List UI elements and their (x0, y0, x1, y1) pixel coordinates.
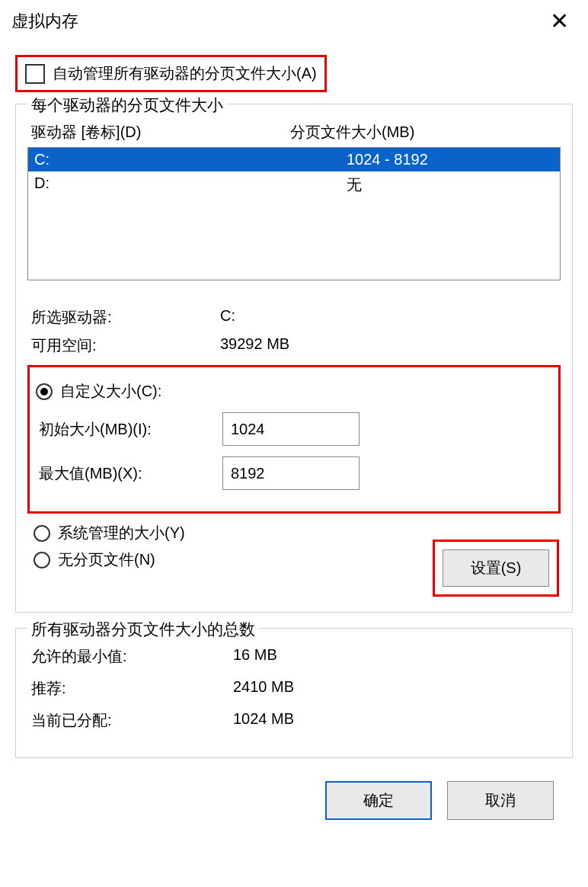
auto-manage-checkbox[interactable] (25, 64, 45, 84)
max-size-input[interactable] (222, 456, 360, 490)
list-drive: C: (34, 151, 347, 168)
custom-size-area: 自定义大小(C): 初始大小(MB)(I): 最大值(MB)(X): (27, 365, 561, 514)
min-allowed-label: 允许的最小值: (31, 646, 233, 667)
auto-manage-row[interactable]: 自动管理所有驱动器的分页文件大小(A) (15, 55, 327, 92)
drive-listbox[interactable]: C: 1024 - 8192 D: 无 (27, 147, 561, 280)
titlebar: 虚拟内存 ✕ (0, 0, 588, 38)
set-button[interactable]: 设置(S) (443, 549, 549, 587)
max-size-row: 最大值(MB)(X): (36, 456, 552, 490)
drive-list-headers: 驱动器 [卷标](D) 分页文件大小(MB) (27, 122, 561, 147)
selected-drive-value: C: (220, 307, 557, 328)
min-allowed-row: 允许的最小值: 16 MB (31, 646, 557, 667)
col-drive-header: 驱动器 [卷标](D) (31, 122, 290, 142)
per-drive-legend: 每个驱动器的分页文件大小 (27, 94, 227, 116)
list-item[interactable]: D: 无 (28, 171, 560, 198)
set-button-wrap: 设置(S) (433, 540, 559, 597)
free-space-value: 39292 MB (220, 335, 557, 356)
recommended-label: 推荐: (31, 678, 233, 699)
list-size: 无 (347, 175, 554, 195)
no-paging-label: 无分页文件(N) (58, 549, 155, 570)
cancel-button[interactable]: 取消 (447, 781, 554, 820)
totals-fieldset: 所有驱动器分页文件大小的总数 允许的最小值: 16 MB 推荐: 2410 MB… (15, 628, 573, 758)
free-space-row: 可用空间: 39292 MB (31, 335, 557, 356)
current-alloc-value: 1024 MB (233, 710, 294, 731)
recommended-value: 2410 MB (233, 678, 294, 699)
min-allowed-value: 16 MB (233, 646, 277, 667)
current-alloc-row: 当前已分配: 1024 MB (31, 710, 557, 731)
selected-drive-label: 所选驱动器: (31, 307, 220, 328)
custom-size-radio[interactable] (36, 383, 53, 400)
system-managed-label: 系统管理的大小(Y) (58, 523, 185, 543)
close-icon[interactable]: ✕ (542, 10, 577, 33)
selected-drive-row: 所选驱动器: C: (31, 307, 557, 328)
ok-button[interactable]: 确定 (325, 781, 432, 820)
max-size-label: 最大值(MB)(X): (36, 463, 222, 484)
initial-size-label: 初始大小(MB)(I): (36, 419, 222, 440)
list-item[interactable]: C: 1024 - 8192 (28, 148, 560, 171)
no-paging-radio[interactable] (34, 552, 50, 568)
custom-size-radio-row[interactable]: 自定义大小(C): (36, 381, 552, 402)
list-size: 1024 - 8192 (347, 151, 554, 168)
dialog-buttons: 确定 取消 (15, 773, 573, 820)
dialog-title: 虚拟内存 (11, 10, 78, 33)
list-drive: D: (34, 175, 347, 195)
custom-size-label: 自定义大小(C): (60, 381, 161, 402)
recommended-row: 推荐: 2410 MB (31, 678, 557, 699)
per-drive-fieldset: 每个驱动器的分页文件大小 驱动器 [卷标](D) 分页文件大小(MB) C: 1… (15, 104, 573, 613)
current-alloc-label: 当前已分配: (31, 710, 233, 731)
auto-manage-label: 自动管理所有驱动器的分页文件大小(A) (53, 63, 317, 84)
initial-size-input[interactable] (222, 412, 360, 446)
free-space-label: 可用空间: (31, 335, 220, 356)
system-managed-radio[interactable] (34, 525, 50, 542)
totals-legend: 所有驱动器分页文件大小的总数 (27, 619, 259, 640)
col-size-header: 分页文件大小(MB) (290, 122, 557, 142)
initial-size-row: 初始大小(MB)(I): (36, 412, 552, 446)
